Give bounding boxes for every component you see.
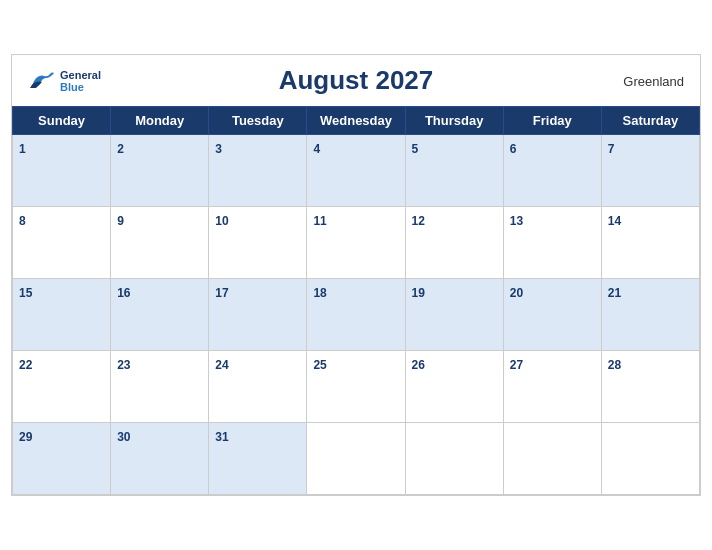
calendar-cell: 1 <box>13 135 111 207</box>
day-number: 13 <box>510 214 523 228</box>
day-number: 11 <box>313 214 326 228</box>
day-number: 6 <box>510 142 517 156</box>
calendar-cell <box>503 423 601 495</box>
day-number: 23 <box>117 358 130 372</box>
day-number: 2 <box>117 142 124 156</box>
calendar-cell: 28 <box>601 351 699 423</box>
day-number: 29 <box>19 430 32 444</box>
calendar-cell: 22 <box>13 351 111 423</box>
calendar-cell: 19 <box>405 279 503 351</box>
day-number: 31 <box>215 430 228 444</box>
day-number: 14 <box>608 214 621 228</box>
weekday-header-row: Sunday Monday Tuesday Wednesday Thursday… <box>13 107 700 135</box>
calendar-title: August 2027 <box>28 65 684 96</box>
day-number: 5 <box>412 142 419 156</box>
day-number: 16 <box>117 286 130 300</box>
col-thursday: Thursday <box>405 107 503 135</box>
col-monday: Monday <box>111 107 209 135</box>
day-number: 8 <box>19 214 26 228</box>
calendar-week-row: 22232425262728 <box>13 351 700 423</box>
calendar-cell <box>405 423 503 495</box>
calendar-header: General Blue August 2027 Greenland <box>12 55 700 106</box>
logo-bird-icon <box>28 70 56 92</box>
col-tuesday: Tuesday <box>209 107 307 135</box>
day-number: 10 <box>215 214 228 228</box>
day-number: 30 <box>117 430 130 444</box>
calendar-cell: 16 <box>111 279 209 351</box>
calendar-cell: 25 <box>307 351 405 423</box>
calendar-cell: 23 <box>111 351 209 423</box>
logo-general-text: General <box>60 68 101 80</box>
day-number: 15 <box>19 286 32 300</box>
col-friday: Friday <box>503 107 601 135</box>
region-label: Greenland <box>623 73 684 88</box>
day-number: 7 <box>608 142 615 156</box>
calendar-cell: 11 <box>307 207 405 279</box>
calendar-cell: 4 <box>307 135 405 207</box>
calendar-cell: 5 <box>405 135 503 207</box>
calendar-cell: 20 <box>503 279 601 351</box>
calendar-week-row: 293031 <box>13 423 700 495</box>
calendar-cell: 3 <box>209 135 307 207</box>
calendar-cell: 8 <box>13 207 111 279</box>
day-number: 24 <box>215 358 228 372</box>
calendar-cell: 29 <box>13 423 111 495</box>
calendar-cell: 27 <box>503 351 601 423</box>
col-saturday: Saturday <box>601 107 699 135</box>
calendar-cell: 24 <box>209 351 307 423</box>
calendar-week-row: 1234567 <box>13 135 700 207</box>
calendar-cell: 2 <box>111 135 209 207</box>
day-number: 4 <box>313 142 320 156</box>
calendar-table: Sunday Monday Tuesday Wednesday Thursday… <box>12 106 700 495</box>
calendar-cell: 30 <box>111 423 209 495</box>
calendar-cell: 21 <box>601 279 699 351</box>
calendar-cell: 6 <box>503 135 601 207</box>
calendar-cell: 12 <box>405 207 503 279</box>
day-number: 22 <box>19 358 32 372</box>
calendar-cell: 26 <box>405 351 503 423</box>
day-number: 3 <box>215 142 222 156</box>
day-number: 9 <box>117 214 124 228</box>
calendar-cell: 15 <box>13 279 111 351</box>
day-number: 27 <box>510 358 523 372</box>
calendar-cell <box>601 423 699 495</box>
calendar-cell: 7 <box>601 135 699 207</box>
day-number: 28 <box>608 358 621 372</box>
calendar: General Blue August 2027 Greenland Sunda… <box>11 54 701 496</box>
calendar-week-row: 15161718192021 <box>13 279 700 351</box>
day-number: 17 <box>215 286 228 300</box>
calendar-cell: 9 <box>111 207 209 279</box>
day-number: 20 <box>510 286 523 300</box>
logo-area: General Blue <box>28 68 101 92</box>
day-number: 26 <box>412 358 425 372</box>
calendar-cell: 31 <box>209 423 307 495</box>
col-wednesday: Wednesday <box>307 107 405 135</box>
day-number: 21 <box>608 286 621 300</box>
calendar-cell <box>307 423 405 495</box>
day-number: 12 <box>412 214 425 228</box>
calendar-cell: 10 <box>209 207 307 279</box>
logo-blue-text: Blue <box>60 81 101 93</box>
calendar-cell: 14 <box>601 207 699 279</box>
calendar-cell: 13 <box>503 207 601 279</box>
day-number: 18 <box>313 286 326 300</box>
day-number: 1 <box>19 142 26 156</box>
calendar-cell: 18 <box>307 279 405 351</box>
col-sunday: Sunday <box>13 107 111 135</box>
day-number: 19 <box>412 286 425 300</box>
calendar-cell: 17 <box>209 279 307 351</box>
day-number: 25 <box>313 358 326 372</box>
calendar-week-row: 891011121314 <box>13 207 700 279</box>
